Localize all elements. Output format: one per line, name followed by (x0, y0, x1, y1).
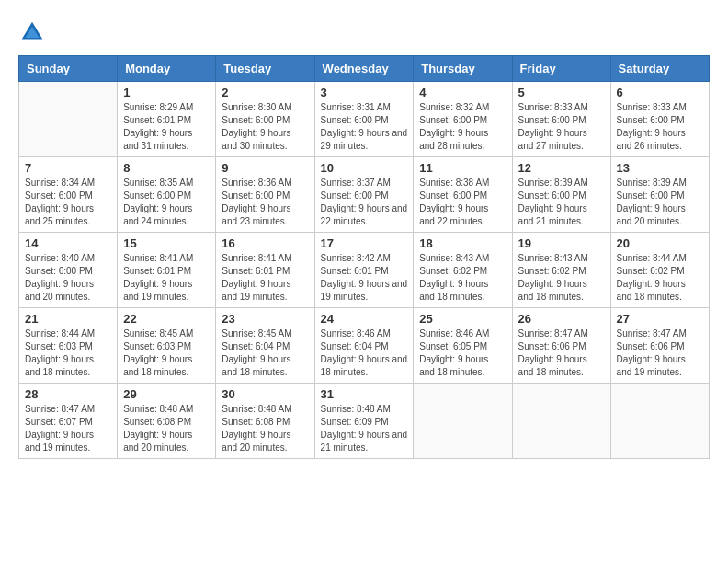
day-info: Sunrise: 8:43 AMSunset: 6:02 PMDaylight:… (419, 252, 506, 304)
day-info: Sunrise: 8:43 AMSunset: 6:02 PMDaylight:… (518, 252, 605, 304)
calendar-table: SundayMondayTuesdayWednesdayThursdayFrid… (18, 55, 710, 459)
calendar-cell: 25Sunrise: 8:46 AMSunset: 6:05 PMDayligh… (414, 308, 512, 384)
calendar-cell: 13Sunrise: 8:39 AMSunset: 6:00 PMDayligh… (610, 157, 709, 233)
day-number: 19 (518, 236, 605, 250)
calendar-cell: 3Sunrise: 8:31 AMSunset: 6:00 PMDaylight… (314, 82, 414, 157)
day-info: Sunrise: 8:44 AMSunset: 6:03 PMDaylight:… (25, 327, 111, 379)
header-friday: Friday (512, 56, 610, 82)
header-monday: Monday (118, 56, 216, 82)
calendar-cell: 27Sunrise: 8:47 AMSunset: 6:06 PMDayligh… (610, 308, 709, 384)
calendar-cell: 7Sunrise: 8:34 AMSunset: 6:00 PMDaylight… (19, 157, 118, 233)
day-number: 15 (123, 236, 210, 250)
calendar-cell: 22Sunrise: 8:45 AMSunset: 6:03 PMDayligh… (118, 308, 216, 384)
day-number: 30 (222, 387, 308, 401)
day-info: Sunrise: 8:46 AMSunset: 6:04 PMDaylight:… (321, 327, 408, 379)
calendar-cell: 6Sunrise: 8:33 AMSunset: 6:00 PMDaylight… (610, 82, 709, 157)
day-info: Sunrise: 8:36 AMSunset: 6:00 PMDaylight:… (222, 177, 308, 228)
calendar-cell: 28Sunrise: 8:47 AMSunset: 6:07 PMDayligh… (19, 384, 118, 459)
day-info: Sunrise: 8:46 AMSunset: 6:05 PMDaylight:… (419, 327, 506, 379)
day-info: Sunrise: 8:33 AMSunset: 6:00 PMDaylight:… (617, 101, 703, 153)
calendar-cell (512, 384, 610, 459)
calendar-cell: 20Sunrise: 8:44 AMSunset: 6:02 PMDayligh… (610, 233, 709, 308)
header-thursday: Thursday (414, 56, 512, 82)
day-info: Sunrise: 8:45 AMSunset: 6:03 PMDaylight:… (123, 327, 210, 379)
day-info: Sunrise: 8:48 AMSunset: 6:08 PMDaylight:… (123, 403, 210, 454)
day-number: 26 (518, 312, 605, 326)
day-info: Sunrise: 8:33 AMSunset: 6:00 PMDaylight:… (518, 101, 605, 153)
day-number: 3 (321, 86, 408, 99)
calendar-cell: 4Sunrise: 8:32 AMSunset: 6:00 PMDaylight… (414, 82, 512, 157)
calendar-week-row: 7Sunrise: 8:34 AMSunset: 6:00 PMDaylight… (19, 157, 710, 233)
day-info: Sunrise: 8:40 AMSunset: 6:00 PMDaylight:… (25, 252, 111, 304)
day-number: 5 (518, 86, 605, 99)
calendar-week-row: 1Sunrise: 8:29 AMSunset: 6:01 PMDaylight… (19, 82, 710, 157)
day-info: Sunrise: 8:31 AMSunset: 6:00 PMDaylight:… (321, 101, 408, 153)
calendar-cell: 26Sunrise: 8:47 AMSunset: 6:06 PMDayligh… (512, 308, 610, 384)
day-info: Sunrise: 8:39 AMSunset: 6:00 PMDaylight:… (617, 177, 703, 228)
calendar-cell: 15Sunrise: 8:41 AMSunset: 6:01 PMDayligh… (118, 233, 216, 308)
calendar-cell: 16Sunrise: 8:41 AMSunset: 6:01 PMDayligh… (216, 233, 314, 308)
day-info: Sunrise: 8:48 AMSunset: 6:08 PMDaylight:… (222, 403, 308, 454)
day-info: Sunrise: 8:35 AMSunset: 6:00 PMDaylight:… (123, 177, 210, 228)
calendar-cell: 30Sunrise: 8:48 AMSunset: 6:08 PMDayligh… (216, 384, 314, 459)
day-number: 6 (617, 86, 703, 99)
day-number: 12 (518, 161, 605, 175)
day-number: 8 (123, 161, 210, 175)
day-number: 20 (617, 236, 703, 250)
logo-icon (18, 18, 46, 46)
header-tuesday: Tuesday (216, 56, 314, 82)
day-number: 29 (123, 387, 210, 401)
day-number: 28 (25, 387, 111, 401)
calendar-cell: 9Sunrise: 8:36 AMSunset: 6:00 PMDaylight… (216, 157, 314, 233)
calendar-header-row: SundayMondayTuesdayWednesdayThursdayFrid… (19, 56, 710, 82)
day-info: Sunrise: 8:47 AMSunset: 6:06 PMDaylight:… (617, 327, 703, 379)
calendar-cell: 5Sunrise: 8:33 AMSunset: 6:00 PMDaylight… (512, 82, 610, 157)
day-number: 31 (321, 387, 408, 401)
calendar-cell: 19Sunrise: 8:43 AMSunset: 6:02 PMDayligh… (512, 233, 610, 308)
calendar-cell (610, 384, 709, 459)
day-info: Sunrise: 8:47 AMSunset: 6:07 PMDaylight:… (25, 403, 111, 454)
calendar-cell: 14Sunrise: 8:40 AMSunset: 6:00 PMDayligh… (19, 233, 118, 308)
header-saturday: Saturday (610, 56, 709, 82)
day-info: Sunrise: 8:44 AMSunset: 6:02 PMDaylight:… (617, 252, 703, 304)
day-info: Sunrise: 8:34 AMSunset: 6:00 PMDaylight:… (25, 177, 111, 228)
calendar-week-row: 21Sunrise: 8:44 AMSunset: 6:03 PMDayligh… (19, 308, 710, 384)
calendar-cell: 23Sunrise: 8:45 AMSunset: 6:04 PMDayligh… (216, 308, 314, 384)
day-info: Sunrise: 8:38 AMSunset: 6:00 PMDaylight:… (419, 177, 506, 228)
day-number: 1 (123, 86, 210, 99)
logo (18, 18, 50, 46)
day-number: 14 (25, 236, 111, 250)
header-sunday: Sunday (19, 56, 118, 82)
calendar-cell: 2Sunrise: 8:30 AMSunset: 6:00 PMDaylight… (216, 82, 314, 157)
day-info: Sunrise: 8:37 AMSunset: 6:00 PMDaylight:… (321, 177, 408, 228)
calendar-cell (414, 384, 512, 459)
calendar-cell: 11Sunrise: 8:38 AMSunset: 6:00 PMDayligh… (414, 157, 512, 233)
day-info: Sunrise: 8:39 AMSunset: 6:00 PMDaylight:… (518, 177, 605, 228)
calendar-cell: 18Sunrise: 8:43 AMSunset: 6:02 PMDayligh… (414, 233, 512, 308)
day-info: Sunrise: 8:30 AMSunset: 6:00 PMDaylight:… (222, 101, 308, 153)
calendar-cell: 12Sunrise: 8:39 AMSunset: 6:00 PMDayligh… (512, 157, 610, 233)
calendar-cell: 1Sunrise: 8:29 AMSunset: 6:01 PMDaylight… (118, 82, 216, 157)
calendar-cell: 21Sunrise: 8:44 AMSunset: 6:03 PMDayligh… (19, 308, 118, 384)
calendar-cell (19, 82, 118, 157)
day-number: 10 (321, 161, 408, 175)
day-info: Sunrise: 8:41 AMSunset: 6:01 PMDaylight:… (222, 252, 308, 304)
header-wednesday: Wednesday (314, 56, 414, 82)
day-number: 2 (222, 86, 308, 99)
day-number: 24 (321, 312, 408, 326)
calendar-week-row: 28Sunrise: 8:47 AMSunset: 6:07 PMDayligh… (19, 384, 710, 459)
day-number: 16 (222, 236, 308, 250)
calendar-cell: 10Sunrise: 8:37 AMSunset: 6:00 PMDayligh… (314, 157, 414, 233)
day-info: Sunrise: 8:32 AMSunset: 6:00 PMDaylight:… (419, 101, 506, 153)
day-info: Sunrise: 8:48 AMSunset: 6:09 PMDaylight:… (321, 403, 408, 454)
calendar-cell: 8Sunrise: 8:35 AMSunset: 6:00 PMDaylight… (118, 157, 216, 233)
day-number: 18 (419, 236, 506, 250)
day-number: 9 (222, 161, 308, 175)
calendar-cell: 17Sunrise: 8:42 AMSunset: 6:01 PMDayligh… (314, 233, 414, 308)
day-number: 21 (25, 312, 111, 326)
day-info: Sunrise: 8:42 AMSunset: 6:01 PMDaylight:… (321, 252, 408, 304)
day-number: 17 (321, 236, 408, 250)
page-header (18, 18, 710, 46)
calendar-cell: 31Sunrise: 8:48 AMSunset: 6:09 PMDayligh… (314, 384, 414, 459)
calendar-cell: 29Sunrise: 8:48 AMSunset: 6:08 PMDayligh… (118, 384, 216, 459)
